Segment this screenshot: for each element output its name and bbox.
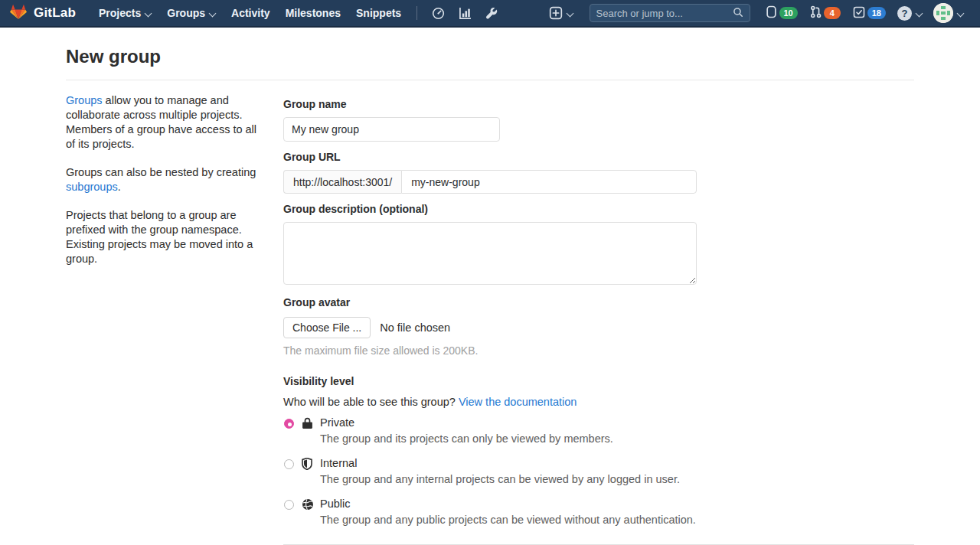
gitlab-logo[interactable]: GitLab <box>9 3 76 23</box>
nav-milestones[interactable]: Milestones <box>278 2 348 24</box>
admin-wrench-icon[interactable] <box>479 2 505 24</box>
chevron-down-icon <box>916 10 923 17</box>
internal-option-description: The group and any internal projects can … <box>320 472 680 487</box>
nav-divider <box>416 6 417 20</box>
group-url-label: Group URL <box>283 146 914 170</box>
private-radio[interactable] <box>284 419 294 429</box>
nav-activity[interactable]: Activity <box>224 2 278 24</box>
help-question-icon: ? <box>897 6 912 21</box>
todo-check-icon <box>853 6 865 21</box>
issues-count-badge: 10 <box>779 7 798 19</box>
visibility-option-public[interactable]: Public The group and any public projects… <box>283 497 914 527</box>
user-menu[interactable] <box>928 0 969 26</box>
analytics-chart-icon[interactable] <box>452 2 479 24</box>
avatar-size-help: The maximum file size allowed is 200KB. <box>283 344 914 357</box>
todos-counter[interactable]: 18 <box>847 2 892 25</box>
search-icon <box>733 7 743 20</box>
merge-request-icon <box>810 5 822 21</box>
navbar-right: 10 4 18 ? <box>542 0 970 26</box>
chevron-down-icon <box>209 10 216 17</box>
private-option-description: The group and its projects can only be v… <box>320 432 613 446</box>
new-plus-menu[interactable] <box>542 2 580 24</box>
visibility-option-private[interactable]: Private The group and its projects can o… <box>283 416 914 446</box>
chevron-down-icon <box>567 10 573 17</box>
visibility-option-internal[interactable]: Internal The group and any internal proj… <box>283 456 914 487</box>
top-navbar: GitLab Projects Groups Activity Mileston… <box>0 0 980 28</box>
group-name-input[interactable] <box>283 117 500 142</box>
globe-icon <box>302 498 314 513</box>
group-url-input[interactable] <box>401 170 697 194</box>
sidebar-paragraph-2: Groups can also be nested by creating su… <box>66 165 262 194</box>
global-search[interactable] <box>590 4 750 22</box>
visibility-level-label: Visibility level <box>283 367 914 394</box>
new-group-page: New group Groups allow you to manage and… <box>0 28 980 545</box>
group-name-label: Group name <box>283 93 914 117</box>
chevron-down-icon <box>145 10 152 17</box>
issues-counter[interactable]: 10 <box>760 1 804 25</box>
dashboard-gauge-icon[interactable] <box>425 2 452 24</box>
private-option-name: Private <box>320 416 354 429</box>
nav-groups[interactable]: Groups <box>159 2 224 24</box>
group-avatar-label: Group avatar <box>283 292 914 315</box>
new-group-form: Group name Group URL http://localhost:30… <box>283 93 914 545</box>
main-nav: Projects Groups Activity Milestones Snip… <box>91 2 409 24</box>
subgroups-link[interactable]: subgroups <box>66 181 118 193</box>
mr-count-badge: 4 <box>824 7 841 19</box>
public-radio[interactable] <box>284 500 294 510</box>
groups-link[interactable]: Groups <box>66 94 103 106</box>
group-description-label: Group description (optional) <box>283 198 914 222</box>
todo-count-badge: 18 <box>867 7 886 19</box>
tanuki-icon <box>9 3 28 23</box>
public-option-name: Public <box>320 498 351 510</box>
search-input[interactable] <box>596 8 733 19</box>
public-option-description: The group and any public projects can be… <box>320 513 696 527</box>
sidebar-paragraph-1: Groups allow you to manage and collabora… <box>66 93 262 152</box>
nav-projects[interactable]: Projects <box>91 2 159 24</box>
shield-icon <box>302 458 314 472</box>
chevron-down-icon <box>957 10 964 17</box>
group-description-textarea[interactable] <box>283 222 697 285</box>
page-title: New group <box>66 28 914 80</box>
nav-snippets[interactable]: Snippets <box>348 2 409 24</box>
group-url-field: http://localhost:3001/ <box>283 170 697 194</box>
description-sidebar: Groups allow you to manage and collabora… <box>66 93 262 545</box>
choose-file-button[interactable]: Choose File ... <box>283 317 371 338</box>
url-prefix: http://localhost:3001/ <box>283 170 401 194</box>
brand-name: GitLab <box>34 5 76 21</box>
issues-icon <box>766 5 777 21</box>
help-menu[interactable]: ? <box>892 3 928 24</box>
sidebar-paragraph-3: Projects that belong to a group are pref… <box>66 208 262 266</box>
file-chosen-status: No file chosen <box>380 321 450 334</box>
merge-requests-counter[interactable]: 4 <box>804 1 847 25</box>
user-avatar <box>933 3 953 23</box>
internal-option-name: Internal <box>320 457 357 469</box>
view-documentation-link[interactable]: View the documentation <box>459 396 577 408</box>
visibility-question: Who will be able to see this group? View… <box>283 394 914 416</box>
lock-icon <box>302 417 314 432</box>
internal-radio[interactable] <box>284 459 294 469</box>
